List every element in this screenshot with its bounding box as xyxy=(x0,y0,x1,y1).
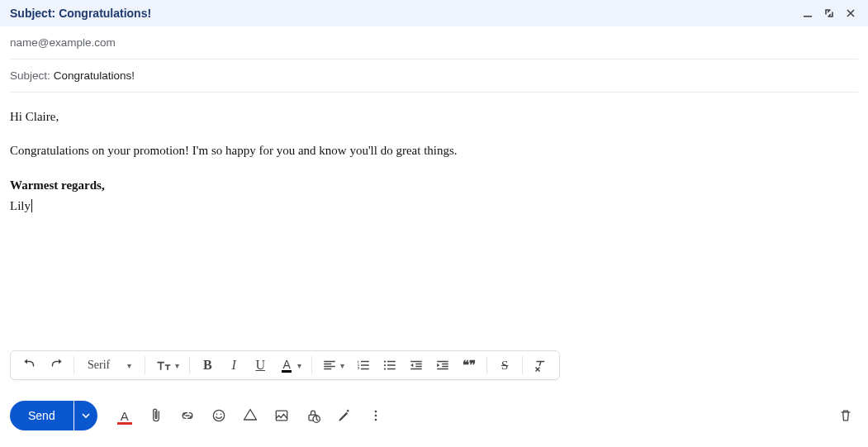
chevron-down-icon: ▾ xyxy=(297,361,301,370)
italic-button[interactable]: I xyxy=(221,353,246,378)
align-button[interactable]: ▾ xyxy=(317,353,349,378)
numbered-list-button[interactable] xyxy=(351,353,376,378)
text-color-button[interactable]: A ▾ xyxy=(274,353,306,378)
title-subject-prefix: Subject: xyxy=(10,7,55,20)
chevron-down-icon: ▾ xyxy=(127,361,131,370)
svg-point-2 xyxy=(384,364,386,366)
svg-point-13 xyxy=(374,419,377,421)
chevron-down-icon: ▾ xyxy=(175,361,179,370)
bulleted-list-button[interactable] xyxy=(377,353,402,378)
strikethrough-button[interactable]: S xyxy=(492,353,517,378)
body-signature: Lily xyxy=(10,199,32,212)
font-family-select[interactable]: Serif ▾ xyxy=(79,353,140,378)
insert-signature-button[interactable] xyxy=(332,403,357,428)
quote-button[interactable]: ❝❞ xyxy=(457,353,481,378)
minimize-icon[interactable] xyxy=(800,6,815,21)
insert-photo-button[interactable] xyxy=(269,403,294,428)
compose-titlebar: Subject: Congratulations! xyxy=(0,0,868,26)
bold-button[interactable]: B xyxy=(195,353,220,378)
separator xyxy=(145,356,145,374)
separator xyxy=(486,356,487,374)
format-toolbar: Serif ▾ ▾ B I U A ▾ ▾ xyxy=(10,350,560,380)
separator xyxy=(189,356,190,374)
confidential-mode-button[interactable] xyxy=(301,403,325,428)
send-button[interactable]: Send xyxy=(10,401,74,430)
svg-point-3 xyxy=(384,368,386,369)
underline-button[interactable]: U xyxy=(248,353,273,378)
insert-link-button[interactable] xyxy=(175,403,200,428)
subject-prefix: Subject: xyxy=(10,69,50,82)
close-icon[interactable] xyxy=(843,6,858,21)
compose-body[interactable]: Hi Claire, Congratulations on your promo… xyxy=(0,93,868,216)
to-value: name@example.com xyxy=(10,36,116,49)
compose-action-icons: A xyxy=(112,403,388,428)
svg-rect-0 xyxy=(804,16,812,17)
window-controls xyxy=(800,6,858,21)
svg-point-12 xyxy=(374,415,377,417)
redo-button[interactable] xyxy=(44,353,69,378)
indent-less-button[interactable] xyxy=(404,353,429,378)
insert-emoji-button[interactable] xyxy=(206,403,231,428)
svg-point-4 xyxy=(213,410,224,421)
body-greeting: Hi Claire, xyxy=(10,107,858,126)
body-paragraph: Congratulations on your promotion! I'm s… xyxy=(10,141,858,160)
svg-point-6 xyxy=(220,414,221,416)
indent-more-button[interactable] xyxy=(430,353,455,378)
action-bar: Send A xyxy=(10,399,858,432)
remove-formatting-button[interactable] xyxy=(528,353,553,378)
separator xyxy=(311,356,312,374)
insert-drive-button[interactable] xyxy=(238,403,263,428)
svg-point-11 xyxy=(374,411,377,413)
title-subject-text: Congratulations! xyxy=(59,7,151,20)
send-button-group: Send xyxy=(10,401,97,430)
body-signoff: Warmest regards, xyxy=(10,176,858,195)
subject-value: Congratulations! xyxy=(54,69,135,82)
separator xyxy=(522,356,523,374)
header-fields: name@example.com Subject: Congratulation… xyxy=(0,26,868,93)
svg-point-1 xyxy=(384,360,386,362)
subject-field[interactable]: Subject: Congratulations! xyxy=(10,59,858,93)
more-options-button[interactable] xyxy=(363,403,388,428)
send-more-button[interactable] xyxy=(74,401,97,430)
svg-point-5 xyxy=(216,414,217,416)
font-size-select[interactable]: ▾ xyxy=(150,353,184,378)
chevron-down-icon: ▾ xyxy=(340,361,344,370)
to-field[interactable]: name@example.com xyxy=(10,26,858,59)
formatting-options-button[interactable]: A xyxy=(112,403,137,428)
format-toolbar-wrap: Serif ▾ ▾ B I U A ▾ ▾ xyxy=(10,350,858,380)
font-name-label: Serif xyxy=(88,359,110,372)
attach-file-button[interactable] xyxy=(144,403,168,428)
undo-button[interactable] xyxy=(17,353,42,378)
separator xyxy=(74,356,74,374)
discard-draft-button[interactable] xyxy=(833,403,858,428)
restore-icon[interactable] xyxy=(822,6,837,21)
